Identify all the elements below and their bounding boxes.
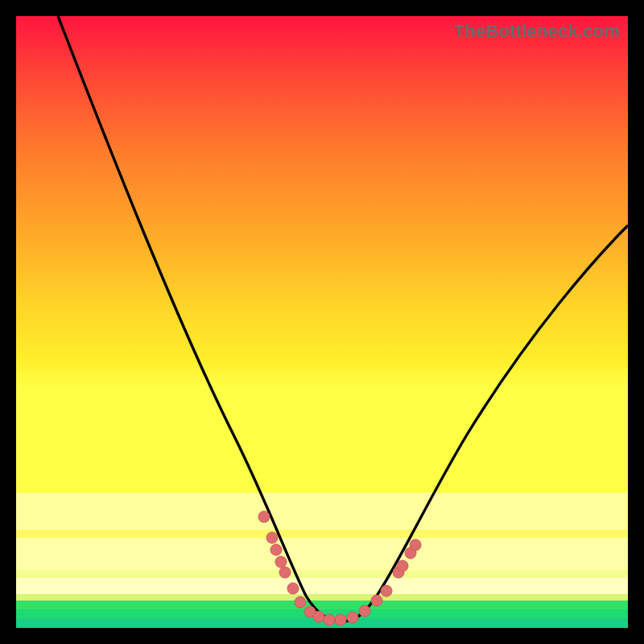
marker — [266, 532, 278, 543]
markers-group — [258, 511, 421, 625]
marker — [258, 511, 270, 522]
marker — [371, 595, 382, 606]
marker — [335, 614, 346, 625]
marker — [359, 605, 370, 617]
marker — [397, 560, 408, 572]
bottleneck-curve-path — [58, 16, 628, 621]
curve-svg — [16, 16, 628, 628]
marker — [324, 614, 335, 625]
marker — [313, 611, 324, 622]
plot-area: TheBottleneck.com — [16, 16, 628, 628]
chart-frame: TheBottleneck.com — [16, 16, 628, 628]
marker — [270, 544, 282, 555]
marker — [275, 556, 287, 568]
marker — [381, 585, 392, 597]
marker — [410, 539, 421, 551]
marker — [347, 612, 358, 623]
marker — [295, 597, 306, 608]
marker — [279, 567, 291, 578]
watermark-text: TheBottleneck.com — [454, 21, 620, 42]
marker — [287, 583, 299, 594]
